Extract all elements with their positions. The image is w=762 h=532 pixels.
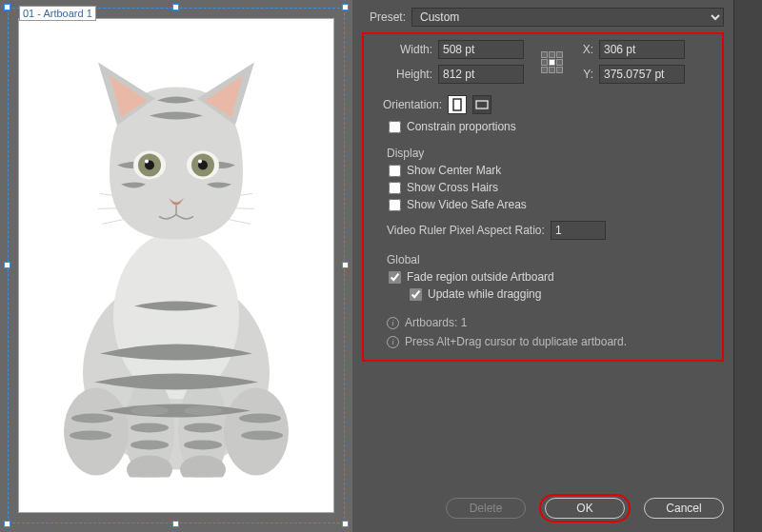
orientation-label: Orientation: (371, 98, 442, 111)
svg-point-27 (184, 440, 222, 449)
orientation-landscape-button[interactable] (472, 95, 491, 114)
update-while-dragging-label: Update while dragging (428, 287, 541, 301)
info-icon: i (387, 317, 399, 329)
fade-region-checkbox[interactable] (389, 271, 401, 284)
svg-point-24 (130, 440, 169, 449)
show-video-safe-label: Show Video Safe Areas (407, 198, 527, 211)
show-center-mark-checkbox[interactable] (389, 165, 401, 177)
reference-point-grid[interactable] (541, 51, 563, 73)
display-section-title: Display (387, 147, 714, 160)
width-label: Width: (371, 43, 432, 56)
right-dock-strip (733, 0, 762, 532)
svg-point-26 (184, 423, 222, 432)
orientation-portrait-button[interactable] (448, 95, 467, 114)
artboard-count-info: Artboards: 1 (405, 316, 467, 329)
resize-handle-bm[interactable] (172, 521, 179, 527)
resize-handle-tr[interactable] (342, 4, 349, 10)
dialog-footer: Delete OK Cancel (446, 494, 724, 522)
ok-button-highlight: OK (539, 494, 631, 522)
resize-handle-br[interactable] (342, 521, 349, 527)
svg-rect-33 (476, 101, 488, 108)
width-input[interactable] (438, 40, 524, 59)
show-center-mark-label: Show Center Mark (407, 164, 501, 177)
artboard-selection[interactable]: 01 - Artboard 1 (8, 8, 345, 523)
constrain-proportions-label: Constrain proportions (407, 120, 516, 133)
svg-rect-32 (453, 99, 461, 110)
landscape-icon (475, 100, 489, 109)
svg-point-22 (130, 405, 169, 415)
height-input[interactable] (438, 65, 524, 84)
y-label: Y: (580, 68, 593, 81)
artboard-options-panel: Preset: Custom Width: Height: (352, 0, 762, 532)
svg-point-25 (184, 405, 222, 415)
x-input[interactable] (599, 40, 685, 59)
info-icon: i (387, 336, 399, 348)
cancel-button[interactable]: Cancel (644, 498, 724, 519)
ok-button[interactable]: OK (545, 498, 625, 519)
show-cross-hairs-label: Show Cross Hairs (407, 181, 498, 194)
preset-label: Preset: (362, 10, 406, 24)
height-label: Height: (371, 68, 432, 81)
resize-handle-tl[interactable] (4, 4, 10, 10)
svg-point-30 (239, 413, 281, 423)
show-video-safe-checkbox[interactable] (389, 199, 401, 211)
global-section-title: Global (387, 253, 714, 266)
highlighted-settings-region: Width: Height: X: (362, 32, 724, 362)
canvas-workspace: 01 - Artboard 1 (0, 0, 352, 532)
video-ratio-input[interactable] (551, 221, 606, 240)
y-input[interactable] (599, 65, 685, 84)
artwork-cat (43, 58, 310, 481)
preset-select[interactable]: Custom (411, 8, 724, 27)
delete-button: Delete (446, 498, 526, 519)
fade-region-label: Fade region outside Artboard (407, 270, 554, 284)
update-while-dragging-checkbox[interactable] (410, 288, 422, 301)
resize-handle-ml[interactable] (4, 262, 10, 268)
svg-point-31 (241, 430, 283, 440)
portrait-icon (452, 98, 462, 111)
resize-handle-mr[interactable] (342, 262, 349, 268)
artboard[interactable] (19, 19, 333, 512)
constrain-proportions-checkbox[interactable] (389, 121, 401, 133)
svg-point-14 (145, 159, 149, 163)
show-cross-hairs-checkbox[interactable] (389, 182, 401, 194)
svg-point-29 (70, 430, 111, 440)
duplicate-hint-info: Press Alt+Drag cursor to duplicate artbo… (405, 335, 627, 348)
svg-point-23 (130, 423, 169, 432)
x-label: X: (580, 43, 593, 56)
artboard-label[interactable]: 01 - Artboard 1 (19, 6, 96, 21)
svg-point-28 (71, 413, 113, 423)
video-ratio-label: Video Ruler Pixel Aspect Ratio: (387, 224, 545, 237)
svg-point-15 (198, 159, 202, 163)
resize-handle-bl[interactable] (4, 521, 10, 527)
resize-handle-tm[interactable] (172, 4, 179, 10)
